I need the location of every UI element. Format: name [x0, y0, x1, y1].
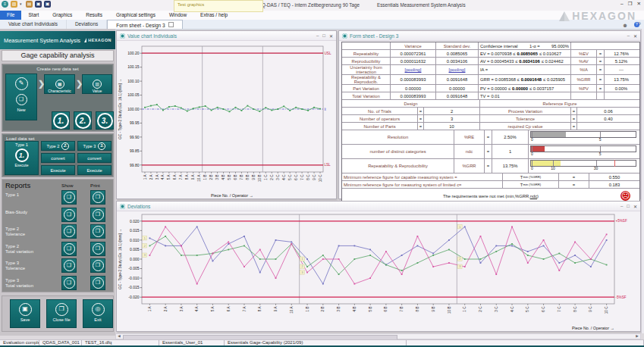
restore-button[interactable]: ❐ — [628, 1, 633, 7]
svg-text:100.15: 100.15 — [127, 64, 140, 69]
svg-text:4 B: 4 B — [221, 175, 225, 180]
step-1-button[interactable]: 1. — [52, 111, 70, 130]
report-print-button-6[interactable]: ❐ — [90, 276, 105, 290]
design-cell: 3 — [424, 115, 480, 122]
chart-window-icon — [120, 204, 125, 209]
type2-execute-button[interactable]: Execute — [41, 165, 75, 175]
t-symbol-sub: min (%GRR) — [523, 183, 541, 186]
svg-text:5 A: 5 A — [211, 306, 215, 312]
vertical-scrollbar[interactable] — [641, 29, 644, 333]
metric-label: Resolution — [342, 130, 454, 144]
report-show-button-4[interactable]: ❏ — [61, 242, 77, 256]
svg-text:99.85: 99.85 — [130, 148, 140, 153]
new-button[interactable]: ✎ ❏ New — [5, 73, 37, 120]
report-label-line1: Type 2 — [5, 244, 33, 249]
app-menu-icon[interactable]: ≡ — [2, 1, 8, 8]
report-print-button-5[interactable]: ❐ — [90, 258, 105, 273]
hexagon-logo-mark2 — [564, 11, 570, 21]
step-3-button[interactable]: 3. — [96, 111, 114, 130]
maximize-icon[interactable]: □ — [322, 33, 325, 39]
report-show-button-6[interactable]: ❏ — [61, 276, 77, 290]
report-print-button-4[interactable]: ❐ — [90, 242, 105, 256]
pooling-link[interactable]: [pooling] — [449, 67, 466, 72]
report-show-button-1[interactable]: ❏ — [61, 190, 77, 205]
characteristic-button[interactable]: ▦ Characteristic — [44, 74, 75, 94]
report-show-button-2[interactable]: ❏ — [61, 208, 77, 222]
load-type3-button[interactable]: Type 3 3. — [77, 141, 112, 151]
svg-text:9 B: 9 B — [252, 175, 256, 180]
scroll-left-icon[interactable]: ◀ — [116, 334, 122, 339]
pencil-icon: ✎ — [15, 77, 28, 90]
pooling-link[interactable]: [pooling] — [405, 67, 422, 72]
svg-text:3 B: 3 B — [215, 175, 219, 180]
minimize-button[interactable]: – — [620, 1, 624, 7]
scroll-right-icon[interactable]: ▶ — [634, 334, 640, 339]
report-print-button-3[interactable]: ❐ — [90, 224, 105, 239]
report-show-button-5[interactable]: ❏ — [61, 258, 77, 273]
svg-text:-0.005: -0.005 — [128, 266, 139, 270]
close-icon[interactable]: ✕ — [633, 33, 637, 39]
number-2-icon: 2. — [61, 142, 69, 150]
report-print-button-1[interactable]: ❐ — [90, 190, 105, 205]
svg-text:4 C: 4 C — [510, 306, 514, 312]
characteristic-icon: ▦ — [55, 80, 64, 89]
open-file-icon[interactable]: ▨ — [11, 1, 17, 8]
restore-child-icon[interactable] — [168, 22, 174, 27]
window-switch-icon[interactable]: ▣ — [44, 1, 51, 8]
maximize-icon[interactable]: □ — [627, 204, 630, 209]
bar-tick-line — [553, 161, 554, 166]
tab-value-chart-individuals[interactable]: Value chart Individuals — [0, 20, 67, 29]
reference-cell: required Cp value — [480, 123, 571, 130]
quick-access-toolbar: ≡ ▨ ▾ ▤ ▣ ▣ — [2, 1, 51, 8]
svg-text:6 B: 6 B — [384, 307, 388, 312]
close-icon[interactable]: ✕ — [329, 33, 333, 39]
close-button[interactable]: ✕ — [637, 1, 641, 7]
load-type1-button[interactable]: Type 1 1. Execute — [5, 141, 39, 175]
type2-convert-button[interactable]: convert — [41, 153, 75, 163]
menu-graphics[interactable]: Graphics — [46, 11, 79, 20]
close-icon[interactable]: ✕ — [633, 204, 637, 209]
type3-execute-button[interactable]: Execute — [77, 165, 112, 175]
design-cell: Number of operators — [342, 115, 418, 122]
menu-graphical-settings[interactable]: Graphical settings — [109, 11, 162, 20]
user-icon[interactable]: ⚉ — [624, 23, 627, 28]
save-icon[interactable]: ▣ — [35, 1, 42, 8]
exit-button[interactable]: ◎Exit — [83, 299, 113, 328]
minimize-icon[interactable]: – — [316, 33, 319, 39]
svg-text:9 A: 9 A — [191, 174, 195, 180]
reference-cell: 0.40 — [577, 115, 639, 122]
load-type2-button[interactable]: Type 2 2. — [41, 141, 75, 151]
tab-deviations[interactable]: Deviations — [67, 20, 107, 29]
application-window: ≡ ▨ ▾ ▤ ▣ ▣ Q-DAS / TEQ - intern Zeitbeg… — [0, 0, 644, 347]
design-header-row: DesignReference Figure — [342, 100, 639, 108]
menu-file[interactable]: File — [0, 11, 21, 20]
svg-text:8 C: 8 C — [573, 306, 577, 312]
report-show-button-3[interactable]: ❏ — [61, 224, 77, 239]
menu-start[interactable]: Start — [21, 11, 46, 20]
type3-convert-button[interactable]: convert — [77, 153, 112, 163]
close-file-button[interactable]: ❒Close file — [46, 299, 77, 328]
open-dropdown-icon[interactable]: ▾ — [20, 1, 24, 8]
tab-form-sheet-design-3[interactable]: Form sheet - Design 3 — [107, 20, 182, 29]
report-print-button-2[interactable]: ❐ — [90, 208, 105, 222]
minimize-icon[interactable]: – — [620, 204, 623, 209]
bar-tick-line — [532, 146, 532, 152]
save-button[interactable]: ▣Save — [10, 299, 40, 328]
number-1-icon: 1. — [53, 113, 69, 129]
horizontal-scrollbar[interactable]: ◀ ▶ — [115, 333, 641, 339]
equals-sign: = — [485, 145, 492, 158]
step-2-button[interactable]: 2. — [74, 111, 92, 130]
menu-results[interactable]: Results — [79, 11, 109, 20]
min-reference-value: 0.183 — [589, 181, 639, 188]
metric-value: 13.75% — [492, 159, 529, 173]
ndc-link[interactable]: ndc — [530, 194, 537, 199]
metric-bar: 05 — [530, 131, 636, 138]
value-button[interactable]: ▥ Value — [82, 74, 112, 94]
sidebar-footer: ▣Save❒Close file◎Exit — [2, 295, 114, 332]
minimize-icon[interactable]: – — [627, 33, 630, 39]
ci-lower: IA = — [480, 67, 488, 72]
import-icon[interactable]: ▤ — [26, 1, 33, 8]
row-value: 0.00000 — [391, 85, 436, 92]
svg-text:0.020: 0.020 — [130, 219, 140, 224]
help-icon[interactable]: ? — [634, 22, 639, 27]
